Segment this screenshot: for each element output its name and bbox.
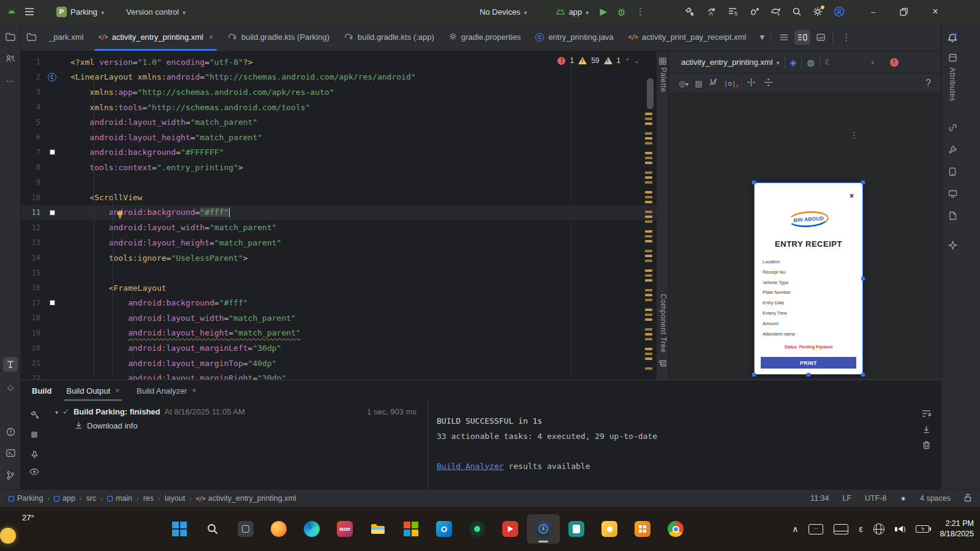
inspection-marks-column[interactable] [644,51,654,380]
code-line-10[interactable]: 10 <ScrollView [21,190,657,205]
code-line-2[interactable]: 2C<LinearLayout xmlns:android="http://sc… [21,70,657,85]
search-everywhere-button[interactable] [786,3,807,20]
taskbar-clock[interactable]: 2:21 PM 8/18/2025 [940,519,974,539]
code-line-22[interactable]: 22 android:layout_marginRight="30dp" [21,370,657,380]
device-selector[interactable]: No Devices ▾ [473,3,533,20]
warning-stripe-mark[interactable] [645,274,652,277]
stop-build-button[interactable] [27,427,42,442]
touchpad-icon[interactable] [834,524,848,534]
code-line-7[interactable]: 7 android:background="#FFFFFF" [21,145,657,160]
warning-stripe-mark[interactable] [645,162,652,164]
run-button[interactable]: ▶ [595,3,612,20]
vcs-widget[interactable]: Version control ▾ [120,3,192,20]
blueprint-mode-button[interactable]: ▤ [695,79,702,88]
warning-stripe-mark[interactable] [645,250,652,252]
line-separator[interactable]: LF [842,494,851,503]
close-icon[interactable]: × [192,386,196,395]
breadcrumb-item-res[interactable]: res [143,494,154,503]
more-actions-button[interactable]: ⋮ [631,3,650,20]
warning-stripe-mark[interactable] [645,191,652,193]
taskbar-app-notepad[interactable] [560,514,593,544]
taskbar-app-app-dark[interactable] [229,514,262,544]
help-button[interactable]: ? [925,78,931,89]
component-tree-tab[interactable]: Component Tree [659,294,668,353]
render-error-badge[interactable]: ! [890,58,899,67]
code-editor[interactable]: 1<?xml version="1.0" encoding="utf-8"?>2… [21,51,657,380]
main-menu-button[interactable] [20,3,39,20]
code-line-4[interactable]: 4 xmlns:tools="http://schemas.android.co… [21,100,657,115]
ai-sparkle-icon[interactable]: ✶ [900,494,906,503]
emulator-icon[interactable] [945,186,960,201]
code-line-19[interactable]: 19 android:layout_height="match_parent" [21,326,657,341]
resize-handle[interactable] [861,181,865,184]
account-avatar[interactable] [828,3,850,20]
align-horizontal-button[interactable] [747,78,756,89]
warning-stripe-mark[interactable] [645,260,652,262]
caret-position[interactable]: 11:34 [810,494,829,503]
breadcrumb-item-parking[interactable]: Parking [9,494,43,503]
document-icon[interactable] [945,208,960,223]
window-minimize-button[interactable]: – [859,3,888,20]
color-swatch[interactable] [50,149,55,155]
window-restore-button[interactable] [888,3,920,20]
warning-stripe-mark[interactable] [645,328,652,331]
warning-stripe-mark[interactable] [645,299,652,301]
taskbar-app-android-studio[interactable] [527,514,560,544]
code-line-13[interactable]: 13 android:layout_height="match_parent" [21,235,657,250]
taskbar-app-windows-start[interactable] [163,514,196,544]
close-icon[interactable]: × [850,192,854,200]
warning-stripe-mark[interactable] [645,240,652,242]
design-file-selector[interactable]: activity_entry_printing.xml [681,58,773,67]
console-soft-wrap-button[interactable] [919,406,933,421]
warning-stripe-mark[interactable] [645,235,652,238]
breadcrumb-item-src[interactable]: src [86,494,97,503]
breadcrumb-item-main[interactable]: main [107,494,132,503]
project-widget[interactable]: P Parking ▾ [50,3,110,20]
view-options-eye-button[interactable]: ◎▾ [679,79,688,88]
resource-manager-tool-window-button[interactable] [3,357,18,372]
taskbar-app-outlook[interactable]: O [428,514,461,544]
code-line-9[interactable]: 9 [21,175,657,190]
window-close-button[interactable]: × [920,3,950,20]
warning-stripe-mark[interactable] [645,113,652,115]
warning-stripe-mark[interactable] [645,157,652,159]
layout-captions-icon[interactable] [945,50,960,65]
warning-stripe-mark[interactable] [645,358,652,360]
warning-stripe-mark[interactable] [645,211,652,213]
code-line-12[interactable]: 12 android:layout_width="match_parent" [21,220,657,236]
warning-stripe-mark[interactable] [645,289,652,291]
receipt-preview[interactable]: × BIN ABOUD ENTRY RECEIPT LocationReceip… [755,183,862,374]
palette-tab[interactable]: Palette [659,67,668,92]
design-view-button[interactable] [813,30,829,45]
warning-stripe-mark[interactable] [645,196,652,198]
attach-debugger-button[interactable] [744,3,765,20]
prev-problem-button[interactable]: ⌃ [625,58,630,64]
warning-stripe-mark[interactable] [645,176,652,179]
tab-build-gradle-kts-parking-[interactable]: Rbuild.gradle.kts (Parking) [221,23,337,51]
code-line-15[interactable]: 15 [21,265,657,280]
color-swatch[interactable] [50,210,55,216]
taskbar-app-app-yellow[interactable] [593,514,626,544]
close-icon[interactable]: × [209,33,213,42]
warning-stripe-mark[interactable] [645,269,652,272]
taskbar-app-file-explorer[interactable] [361,514,394,544]
taskbar-app-app-orange[interactable] [626,514,659,544]
code-line-14[interactable]: 14 tools:ignore="UselessParent"> [21,250,657,266]
editor-options-button[interactable]: ⋮ [837,23,856,51]
taskbar-app-app-green[interactable] [461,514,494,544]
distribute-vertical-button[interactable] [764,78,772,89]
link-icon[interactable] [945,120,960,135]
code-line-17[interactable]: 17 android:background="#fff" [21,296,657,311]
breadcrumb-item-app[interactable]: app [54,494,75,503]
tab-build-analyzer[interactable]: Build Analyzer× [130,380,202,401]
hidden-tabs-chevron-icon[interactable]: ▾ [753,23,771,51]
code-line-21[interactable]: 21 android:layout_marginTop="40dp" [21,356,657,371]
resize-handle[interactable] [752,181,756,184]
tab-build-output[interactable]: Build Output× [61,380,126,401]
tab--park-xml[interactable]: _park.xml [42,23,91,51]
tab-activity-entry-printing-xml[interactable]: </>activity_entry_printing.xml× [91,23,221,51]
more-tool-windows-button[interactable]: ⋯ [3,73,18,88]
warning-stripe-mark[interactable] [645,171,652,174]
gemini-star-icon[interactable] [945,238,960,252]
build-filters-eye-button[interactable] [27,464,42,479]
